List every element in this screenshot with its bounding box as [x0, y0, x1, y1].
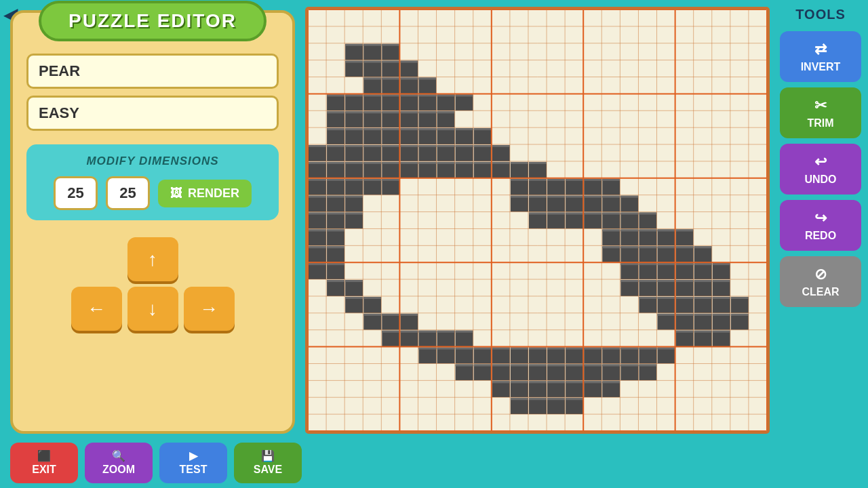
- test-icon: ▶: [189, 449, 197, 462]
- grid-area[interactable]: [305, 7, 770, 434]
- clear-label: CLEAR: [802, 286, 839, 298]
- test-label: TEST: [180, 464, 208, 476]
- bottom-bar: ⬛ EXIT 🔍 ZOOM ▶ TEST 💾 SAVE: [0, 437, 868, 488]
- undo-label: UNDO: [804, 174, 836, 186]
- right-button[interactable]: →: [184, 287, 235, 331]
- redo-label: REDO: [805, 230, 836, 242]
- render-button[interactable]: 🖼 RENDER: [158, 180, 252, 207]
- title-text: PUZZLE EDITOR: [68, 10, 237, 31]
- width-input[interactable]: [54, 176, 98, 210]
- render-label: RENDER: [188, 186, 239, 201]
- difficulty-input[interactable]: [26, 96, 279, 131]
- modify-dimensions-box: MODIFY DIMENSIONS 🖼 RENDER: [26, 144, 279, 220]
- invert-label: INVERT: [801, 61, 841, 73]
- save-button[interactable]: 💾 SAVE: [234, 443, 302, 483]
- redo-icon: ↪: [814, 209, 827, 227]
- zoom-icon: 🔍: [112, 449, 125, 462]
- left-button[interactable]: ←: [71, 287, 122, 331]
- clear-button[interactable]: ⊘ CLEAR: [780, 256, 861, 307]
- invert-icon: ⇄: [814, 41, 827, 58]
- exit-button[interactable]: ⬛ EXIT: [10, 443, 78, 483]
- up-button[interactable]: ↑: [127, 237, 178, 281]
- zoom-button[interactable]: 🔍 ZOOM: [85, 443, 153, 483]
- height-input[interactable]: [106, 176, 150, 210]
- exit-icon: ⬛: [37, 449, 51, 462]
- undo-button[interactable]: ↩ UNDO: [780, 144, 861, 195]
- trim-label: TRIM: [807, 117, 833, 129]
- puzzle-grid[interactable]: [308, 9, 767, 431]
- tools-panel: TOOLS ⇄ INVERT ✂ TRIM ↩ UNDO ↪ REDO ⊘ CL…: [780, 7, 861, 434]
- title-banner: PUZZLE EDITOR: [39, 1, 267, 41]
- left-panel: PUZZLE EDITOR MODIFY DIMENSIONS 🖼 RENDER…: [10, 10, 295, 434]
- modify-title: MODIFY DIMENSIONS: [86, 155, 218, 168]
- arrows-area: ↑ ← ↓ →: [71, 237, 235, 331]
- render-icon: 🖼: [170, 186, 182, 201]
- exit-label: EXIT: [32, 464, 56, 476]
- zoom-label: ZOOM: [102, 464, 135, 476]
- invert-button[interactable]: ⇄ INVERT: [780, 31, 861, 82]
- test-button[interactable]: ▶ TEST: [159, 443, 227, 483]
- save-label: SAVE: [254, 464, 282, 476]
- trim-icon: ✂: [814, 97, 827, 115]
- clear-icon: ⊘: [814, 266, 827, 283]
- save-icon: 💾: [261, 449, 275, 462]
- redo-button[interactable]: ↪ REDO: [780, 200, 861, 251]
- down-button[interactable]: ↓: [127, 287, 178, 331]
- trim-button[interactable]: ✂ TRIM: [780, 87, 861, 138]
- tools-label: TOOLS: [795, 7, 846, 22]
- puzzle-name-input[interactable]: [26, 54, 279, 89]
- undo-icon: ↩: [814, 153, 827, 171]
